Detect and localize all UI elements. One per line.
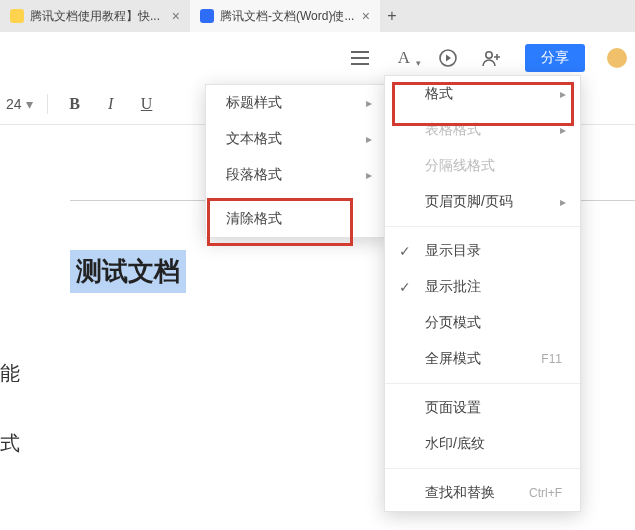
add-person-icon[interactable] — [481, 47, 503, 69]
underline-button[interactable]: U — [134, 91, 160, 117]
chevron-right-icon: ▸ — [366, 168, 372, 182]
context-menu-format-sub: 标题样式 ▸ 文本格式 ▸ 段落格式 ▸ 清除格式 — [205, 84, 387, 238]
close-icon[interactable]: × — [172, 9, 180, 23]
menu-item-paragraph-format[interactable]: 段落格式 ▸ — [206, 157, 386, 193]
body-text: 能 — [0, 360, 20, 387]
menu-item-show-outline[interactable]: ✓ 显示目录 — [385, 233, 580, 269]
menu-item-label: 页眉页脚/页码 — [425, 193, 513, 211]
italic-button[interactable]: I — [98, 91, 124, 117]
menu-item-label: 文本格式 — [226, 130, 282, 148]
menu-icon[interactable] — [349, 47, 371, 69]
menu-item-label: 分页模式 — [425, 314, 481, 332]
menu-item-find-replace[interactable]: 查找和替换 Ctrl+F — [385, 475, 580, 511]
check-icon: ✓ — [399, 243, 411, 259]
menu-item-label: 显示目录 — [425, 242, 481, 260]
chevron-right-icon: ▸ — [560, 123, 566, 137]
app-topbar: A ▾ 分享 — [0, 40, 635, 76]
svg-point-1 — [486, 52, 492, 58]
close-icon[interactable]: × — [362, 9, 370, 23]
chevron-right-icon: ▸ — [560, 195, 566, 209]
menu-item-table-format: 表格格式 ▸ — [385, 112, 580, 148]
new-tab-button[interactable]: + — [380, 0, 404, 32]
selected-text[interactable]: 测试文档 — [70, 250, 186, 293]
shortcut-label: Ctrl+F — [529, 486, 562, 500]
favicon-icon — [10, 9, 24, 23]
menu-item-page-setup[interactable]: 页面设置 — [385, 390, 580, 426]
menu-item-label: 标题样式 — [226, 94, 282, 112]
menu-item-label: 水印/底纹 — [425, 435, 485, 453]
font-size-value: 24 — [6, 96, 22, 112]
menu-item-label: 页面设置 — [425, 399, 481, 417]
menu-item-fullscreen[interactable]: 全屏模式 F11 — [385, 341, 580, 377]
separator — [47, 94, 48, 114]
menu-item-label: 查找和替换 — [425, 484, 495, 502]
menu-item-label: 清除格式 — [226, 210, 282, 228]
format-dropdown-menu: 格式 ▸ 表格格式 ▸ 分隔线格式 页眉页脚/页码 ▸ ✓ 显示目录 ✓ 显示批… — [384, 75, 581, 512]
menu-item-heading-style[interactable]: 标题样式 ▸ — [206, 85, 386, 121]
menu-item-label: 全屏模式 — [425, 350, 481, 368]
menu-item-format[interactable]: 格式 ▸ — [385, 76, 580, 112]
menu-divider — [385, 226, 580, 227]
menu-item-watermark[interactable]: 水印/底纹 — [385, 426, 580, 462]
menu-item-label: 表格格式 — [425, 121, 481, 139]
font-size-selector[interactable]: 24 ▾ — [6, 96, 33, 112]
favicon-icon — [200, 9, 214, 23]
menu-item-text-format[interactable]: 文本格式 ▸ — [206, 121, 386, 157]
chevron-down-icon: ▾ — [26, 96, 33, 112]
menu-item-header-footer[interactable]: 页眉页脚/页码 ▸ — [385, 184, 580, 220]
menu-item-label: 格式 — [425, 85, 453, 103]
format-icon[interactable]: A ▾ — [393, 47, 415, 69]
tab-title: 腾讯文档使用教程】快... — [30, 8, 166, 25]
browser-tab-0[interactable]: 腾讯文档使用教程】快... × — [0, 0, 190, 32]
chevron-right-icon: ▸ — [366, 132, 372, 146]
browser-tab-1[interactable]: 腾讯文档-文档(Word)使... × — [190, 0, 380, 32]
avatar[interactable] — [607, 48, 627, 68]
menu-divider — [385, 383, 580, 384]
tab-title: 腾讯文档-文档(Word)使... — [220, 8, 356, 25]
shortcut-label: F11 — [541, 352, 562, 366]
menu-item-paged-mode[interactable]: 分页模式 — [385, 305, 580, 341]
menu-item-clear-format[interactable]: 清除格式 — [206, 201, 386, 237]
menu-item-label: 显示批注 — [425, 278, 481, 296]
menu-divider — [385, 468, 580, 469]
share-button[interactable]: 分享 — [525, 44, 585, 72]
check-icon: ✓ — [399, 279, 411, 295]
menu-item-label: 分隔线格式 — [425, 157, 495, 175]
menu-item-divider-format: 分隔线格式 — [385, 148, 580, 184]
play-icon[interactable] — [437, 47, 459, 69]
browser-tab-strip: 腾讯文档使用教程】快... × 腾讯文档-文档(Word)使... × + — [0, 0, 635, 32]
bold-button[interactable]: B — [62, 91, 88, 117]
body-text: 式 — [0, 430, 20, 457]
menu-item-show-comments[interactable]: ✓ 显示批注 — [385, 269, 580, 305]
menu-item-label: 段落格式 — [226, 166, 282, 184]
chevron-right-icon: ▸ — [366, 96, 372, 110]
chevron-right-icon: ▸ — [560, 87, 566, 101]
